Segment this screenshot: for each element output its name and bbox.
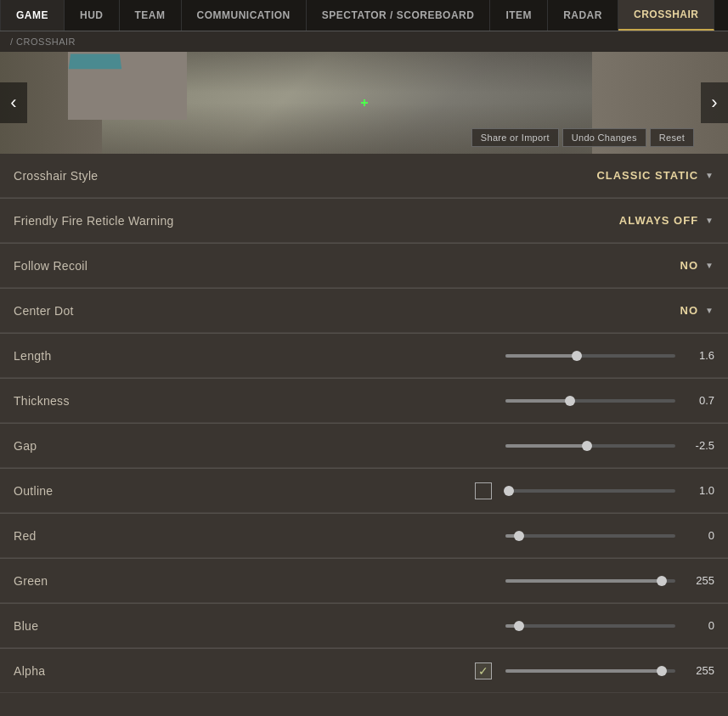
gap-control: -2.5	[505, 439, 714, 452]
thickness-slider-thumb	[565, 396, 575, 406]
red-slider[interactable]	[505, 534, 675, 538]
blue-label: Blue	[14, 619, 183, 633]
center-dot-row: Center Dot NO ▼	[0, 289, 728, 333]
red-slider-thumb	[514, 531, 524, 541]
blue-control: 0	[505, 619, 714, 632]
alpha-row: Alpha ✓ 255	[0, 649, 728, 693]
center-dot-value: NO	[680, 304, 699, 317]
alpha-value: 255	[684, 664, 714, 677]
alpha-label: Alpha	[14, 664, 183, 678]
friendly-fire-arrow-icon: ▼	[705, 216, 714, 225]
red-row: Red 0	[0, 514, 728, 558]
alpha-slider-thumb	[657, 666, 667, 676]
thickness-slider[interactable]	[505, 399, 675, 403]
alpha-checkbox[interactable]: ✓	[475, 662, 492, 679]
friendly-fire-row: Friendly Fire Reticle Warning ALWAYS OFF…	[0, 199, 728, 243]
gap-value: -2.5	[684, 439, 714, 452]
share-import-button[interactable]: Share or Import	[471, 128, 559, 147]
outline-value: 1.0	[684, 484, 714, 497]
settings-container: Crosshair Style CLASSIC STATIC ▼ Friendl…	[0, 154, 728, 693]
alpha-slider-fill	[505, 669, 662, 673]
green-slider-thumb	[657, 576, 667, 586]
nav-item-radar[interactable]: RADAR	[548, 0, 618, 31]
center-dot-dropdown[interactable]: NO ▼	[680, 304, 714, 317]
thickness-slider-fill	[505, 399, 570, 403]
crosshair-style-dropdown[interactable]: CLASSIC STATIC ▼	[596, 169, 714, 182]
crosshair-style-control: CLASSIC STATIC ▼	[596, 169, 714, 182]
alpha-checkmark-icon: ✓	[478, 665, 488, 677]
nav-item-team[interactable]: TEAM	[120, 0, 182, 31]
top-navigation: GAME HUD TEAM COMMUNICATION SPECTATOR / …	[0, 0, 728, 31]
preview-prev-button[interactable]: ‹	[0, 82, 27, 123]
follow-recoil-control: NO ▼	[680, 259, 714, 272]
length-row: Length 1.6	[0, 334, 728, 378]
crosshair-preview: ‹ › Share or Import Undo Changes Reset	[0, 52, 728, 154]
blue-slider[interactable]	[505, 624, 675, 628]
crosshair-style-arrow-icon: ▼	[705, 171, 714, 180]
nav-item-spectator[interactable]: SPECTATOR / SCOREBOARD	[307, 0, 491, 31]
length-control: 1.6	[505, 349, 714, 362]
red-control: 0	[505, 529, 714, 542]
follow-recoil-dropdown[interactable]: NO ▼	[680, 259, 714, 272]
preview-action-buttons: Share or Import Undo Changes Reset	[471, 128, 694, 147]
friendly-fire-value: ALWAYS OFF	[619, 214, 698, 227]
gap-slider-fill	[505, 444, 587, 448]
follow-recoil-arrow-icon: ▼	[705, 261, 714, 270]
nav-item-game[interactable]: GAME	[0, 0, 65, 31]
reset-button[interactable]: Reset	[650, 128, 694, 147]
length-slider-fill	[505, 354, 577, 358]
green-control: 255	[505, 574, 714, 587]
friendly-fire-control: ALWAYS OFF ▼	[619, 214, 714, 227]
blue-row: Blue 0	[0, 604, 728, 648]
gap-slider-thumb	[582, 441, 592, 451]
crosshair-style-label: Crosshair Style	[14, 169, 183, 183]
length-value: 1.6	[684, 349, 714, 362]
undo-changes-button[interactable]: Undo Changes	[562, 128, 646, 147]
green-slider-fill	[505, 579, 662, 583]
thickness-label: Thickness	[14, 394, 183, 408]
center-dot-arrow-icon: ▼	[705, 306, 714, 315]
nav-item-hud[interactable]: HUD	[65, 0, 120, 31]
green-row: Green 255	[0, 559, 728, 603]
thickness-value: 0.7	[684, 394, 714, 407]
length-slider[interactable]	[505, 354, 675, 358]
crosshair-style-value: CLASSIC STATIC	[596, 169, 698, 182]
preview-next-button[interactable]: ›	[701, 82, 728, 123]
alpha-control: ✓ 255	[475, 662, 714, 679]
thickness-control: 0.7	[505, 394, 714, 407]
breadcrumb: / CROSSHAIR	[0, 31, 728, 52]
center-dot-label: Center Dot	[14, 304, 183, 318]
green-value: 255	[684, 574, 714, 587]
thickness-row: Thickness 0.7	[0, 379, 728, 423]
red-label: Red	[14, 529, 183, 543]
blue-slider-thumb	[514, 621, 524, 631]
follow-recoil-label: Follow Recoil	[14, 259, 183, 273]
blue-value: 0	[684, 619, 714, 632]
outline-control: 1.0	[475, 482, 714, 499]
outline-label: Outline	[14, 484, 183, 498]
gap-slider[interactable]	[505, 444, 675, 448]
friendly-fire-label: Friendly Fire Reticle Warning	[14, 214, 183, 228]
outline-row: Outline 1.0	[0, 469, 728, 513]
friendly-fire-dropdown[interactable]: ALWAYS OFF ▼	[619, 214, 714, 227]
center-dot-control: NO ▼	[680, 304, 714, 317]
follow-recoil-row: Follow Recoil NO ▼	[0, 244, 728, 288]
awning-right	[624, 54, 696, 73]
green-label: Green	[14, 574, 183, 588]
alpha-slider[interactable]	[505, 669, 675, 673]
length-slider-thumb	[572, 351, 582, 361]
length-label: Length	[14, 349, 183, 363]
awning-left	[69, 54, 121, 69]
green-slider[interactable]	[505, 579, 675, 583]
outline-checkbox[interactable]	[475, 482, 492, 499]
outline-slider[interactable]	[505, 489, 675, 493]
building-center	[68, 52, 187, 120]
follow-recoil-value: NO	[680, 259, 699, 272]
outline-slider-thumb	[504, 486, 514, 496]
gap-row: Gap -2.5	[0, 424, 728, 468]
nav-item-communication[interactable]: COMMUNICATION	[182, 0, 307, 31]
nav-item-item[interactable]: ITEM	[490, 0, 548, 31]
crosshair-style-row: Crosshair Style CLASSIC STATIC ▼	[0, 154, 728, 198]
nav-item-crosshair[interactable]: CROSSHAIR	[618, 0, 715, 31]
crosshair-preview-dot	[358, 96, 371, 110]
